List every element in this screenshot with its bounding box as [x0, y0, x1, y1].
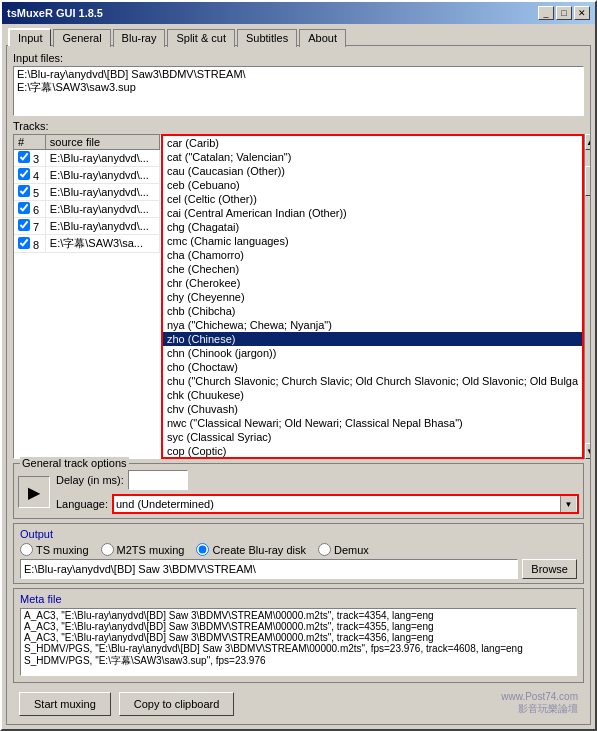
- output-path-row: Browse: [20, 559, 577, 579]
- lang-item[interactable]: cmc (Chamic languages): [163, 234, 582, 248]
- close-button[interactable]: ✕: [574, 6, 590, 20]
- watermark: www.Post74.com 影音玩樂論壇: [501, 691, 578, 716]
- minimize-button[interactable]: _: [538, 6, 554, 20]
- radio-ts-muxing[interactable]: TS muxing: [20, 543, 89, 556]
- radio-m2ts-muxing[interactable]: M2TS muxing: [101, 543, 185, 556]
- output-options-row: TS muxing M2TS muxing Create Blu-ray dis…: [20, 543, 577, 556]
- radio-create-bluray[interactable]: Create Blu-ray disk: [196, 543, 306, 556]
- lang-item[interactable]: ceb (Cebuano): [163, 178, 582, 192]
- lang-item[interactable]: cho (Choctaw): [163, 360, 582, 374]
- col-source: source file: [45, 135, 159, 150]
- meta-legend: Meta file: [20, 593, 577, 605]
- table-row: 4 E:\Blu-ray\anydvd\...: [14, 167, 160, 184]
- input-files-list: E:\Blu-ray\anydvd\[BD] Saw3\BDMV\STREAM\…: [13, 66, 584, 116]
- lang-item[interactable]: chk (Chuukese): [163, 388, 582, 402]
- window-content: Input General Blu-ray Split & cut Subtit…: [2, 24, 595, 729]
- lang-item[interactable]: chb (Chibcha): [163, 304, 582, 318]
- lang-item[interactable]: cat ("Catalan; Valencian"): [163, 150, 582, 164]
- lang-item[interactable]: chv (Chuvash): [163, 402, 582, 416]
- lang-item[interactable]: cau (Caucasian (Other)): [163, 164, 582, 178]
- lang-item[interactable]: chr (Cherokee): [163, 276, 582, 290]
- col-num: #: [14, 135, 45, 150]
- tab-bluray[interactable]: Blu-ray: [113, 29, 166, 47]
- track-checkbox[interactable]: [18, 219, 30, 231]
- track-checkbox[interactable]: [18, 151, 30, 163]
- radio-demux[interactable]: Demux: [318, 543, 369, 556]
- table-row: 5 E:\Blu-ray\anydvd\...: [14, 184, 160, 201]
- lang-item[interactable]: syc (Classical Syriac): [163, 430, 582, 444]
- language-list[interactable]: car (Carib) cat ("Catalan; Valencian") c…: [161, 134, 584, 459]
- track-options-legend: General track options: [20, 457, 129, 469]
- lang-item[interactable]: cor (Cornish): [163, 458, 582, 459]
- window-title: tsMuxeR GUI 1.8.5: [7, 7, 103, 19]
- tracks-table: # source file 3 E:\Blu-ray\anydvd\...: [13, 134, 161, 459]
- input-file-item: E:\字幕\SAW3\saw3.sup: [15, 80, 582, 95]
- track-checkbox[interactable]: [18, 237, 30, 249]
- lang-item[interactable]: chn (Chinook (jargon)): [163, 346, 582, 360]
- table-row: 3 E:\Blu-ray\anydvd\...: [14, 150, 160, 167]
- lang-item-selected[interactable]: zho (Chinese): [163, 332, 582, 346]
- track-checkbox[interactable]: [18, 202, 30, 214]
- lang-item[interactable]: car (Carib): [163, 136, 582, 150]
- input-files-label: Input files:: [13, 52, 584, 64]
- tab-content-input: Input files: E:\Blu-ray\anydvd\[BD] Saw3…: [6, 45, 591, 725]
- scroll-up[interactable]: ▲: [585, 134, 591, 150]
- lang-item[interactable]: nwc ("Classical Newari; Old Newari; Clas…: [163, 416, 582, 430]
- output-section: Output TS muxing M2TS muxing Create Blu-…: [13, 523, 584, 584]
- dropdown-scrollbar[interactable]: ▲ ▼: [584, 134, 591, 459]
- title-bar: tsMuxeR GUI 1.8.5 _ □ ✕: [2, 2, 595, 24]
- table-row: 6 E:\Blu-ray\anydvd\...: [14, 201, 160, 218]
- lang-item[interactable]: cha (Chamorro): [163, 248, 582, 262]
- meta-textarea[interactable]: A_AC3, "E:\Blu-ray\anydvd\[BD] Saw 3\BDM…: [20, 608, 577, 676]
- meta-section: Meta file A_AC3, "E:\Blu-ray\anydvd\[BD]…: [13, 588, 584, 683]
- lang-item[interactable]: cel (Celtic (Other)): [163, 192, 582, 206]
- maximize-button[interactable]: □: [556, 6, 572, 20]
- lang-item[interactable]: chy (Cheyenne): [163, 290, 582, 304]
- language-label: Language:: [56, 498, 108, 510]
- play-icon: ▶: [18, 476, 50, 508]
- tab-input[interactable]: Input: [8, 28, 51, 46]
- lang-item[interactable]: nya ("Chichewa; Chewa; Nyanja"): [163, 318, 582, 332]
- lang-item[interactable]: che (Chechen): [163, 262, 582, 276]
- tracks-label: Tracks:: [13, 120, 584, 132]
- start-muxing-button[interactable]: Start muxing: [19, 692, 111, 716]
- tab-about[interactable]: About: [299, 29, 346, 47]
- copy-clipboard-button[interactable]: Copy to clipboard: [119, 692, 235, 716]
- delay-input[interactable]: [128, 470, 188, 490]
- language-select[interactable]: und (Undetermined): [114, 498, 577, 510]
- window-controls: _ □ ✕: [538, 6, 590, 20]
- tab-general[interactable]: General: [53, 29, 110, 47]
- lang-item[interactable]: cai (Central American Indian (Other)): [163, 206, 582, 220]
- lang-item[interactable]: chg (Chagatai): [163, 220, 582, 234]
- scroll-down[interactable]: ▼: [585, 443, 591, 459]
- scroll-thumb[interactable]: [585, 166, 591, 196]
- tab-split-cut[interactable]: Split & cut: [167, 29, 235, 47]
- browse-button[interactable]: Browse: [522, 559, 577, 579]
- watermark-line2: 影音玩樂論壇: [501, 702, 578, 716]
- track-checkbox[interactable]: [18, 185, 30, 197]
- lang-item[interactable]: cop (Coptic): [163, 444, 582, 458]
- track-options-section: General track options ▶ Delay (in ms): L…: [13, 463, 584, 519]
- tab-subtitles[interactable]: Subtitles: [237, 29, 297, 47]
- watermark-line1: www.Post74.com: [501, 691, 578, 702]
- table-row: 8 E:\字幕\SAW3\sa...: [14, 235, 160, 253]
- bottom-bar: Start muxing Copy to clipboard www.Post7…: [13, 687, 584, 718]
- main-window: tsMuxeR GUI 1.8.5 _ □ ✕ Input General Bl…: [0, 0, 597, 731]
- lang-item[interactable]: chu ("Church Slavonic; Church Slavic; Ol…: [163, 374, 582, 388]
- track-checkbox[interactable]: [18, 168, 30, 180]
- output-legend: Output: [20, 528, 577, 540]
- output-path-input[interactable]: [20, 559, 518, 579]
- language-combo-wrapper[interactable]: und (Undetermined) ▼: [112, 494, 579, 514]
- table-row: 7 E:\Blu-ray\anydvd\...: [14, 218, 160, 235]
- tab-bar: Input General Blu-ray Split & cut Subtit…: [6, 28, 591, 46]
- input-file-item: E:\Blu-ray\anydvd\[BD] Saw3\BDMV\STREAM\: [15, 68, 582, 80]
- delay-label: Delay (in ms):: [56, 474, 124, 486]
- action-buttons: Start muxing Copy to clipboard: [19, 692, 234, 716]
